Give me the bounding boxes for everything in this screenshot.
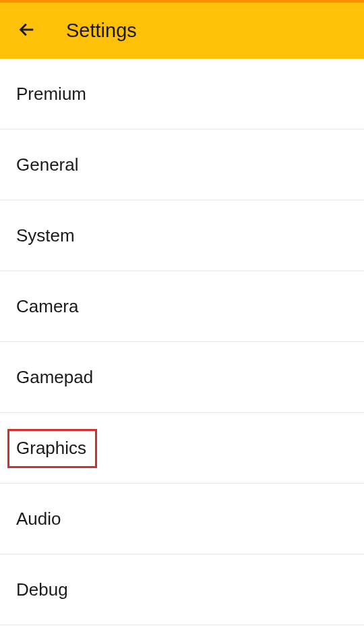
list-item-gamepad[interactable]: Gamepad [0, 342, 364, 413]
list-item-label: System [16, 225, 75, 246]
list-item-label: General [16, 154, 79, 175]
settings-list: Premium General System Camera Gamepad Gr… [0, 59, 364, 625]
back-button[interactable] [13, 18, 40, 45]
list-item-label: Audio [16, 509, 61, 529]
app-header: Settings [0, 3, 364, 59]
list-item-camera[interactable]: Camera [0, 271, 364, 342]
list-item-system[interactable]: System [0, 200, 364, 271]
list-item-audio[interactable]: Audio [0, 484, 364, 554]
arrow-left-icon [18, 20, 36, 42]
list-item-premium[interactable]: Premium [0, 59, 364, 130]
list-item-label: Graphics [16, 438, 86, 459]
list-item-label: Premium [16, 84, 86, 105]
list-item-label: Camera [16, 296, 78, 317]
list-item-graphics[interactable]: Graphics [0, 413, 364, 484]
page-title: Settings [66, 20, 137, 42]
list-item-general[interactable]: General [0, 130, 364, 200]
list-item-label: Gamepad [16, 367, 93, 388]
list-item-label: Debug [16, 579, 68, 600]
list-item-debug[interactable]: Debug [0, 554, 364, 625]
